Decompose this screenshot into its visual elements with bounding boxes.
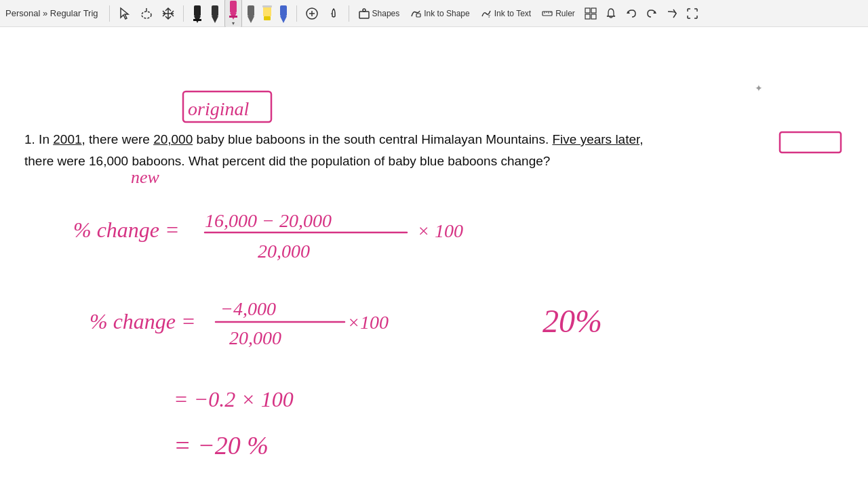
svg-rect-32 — [585, 14, 590, 19]
svg-rect-10 — [248, 5, 254, 16]
ink-to-shape-button[interactable]: Ink to Shape — [406, 6, 473, 21]
redo-icon — [646, 7, 658, 20]
problem-line2: there were 16,000 baboons. What percent … — [24, 154, 550, 168]
svg-marker-6 — [212, 16, 218, 23]
svg-rect-13 — [264, 16, 271, 20]
fullscreen-icon — [686, 7, 698, 20]
svg-text:20%: 20% — [542, 303, 602, 339]
separator-3 — [296, 5, 297, 22]
pink-pen-button[interactable]: ▾ — [224, 0, 242, 28]
ink-to-shape-icon — [410, 8, 421, 19]
svg-rect-36 — [183, 92, 271, 122]
ink-to-text-label: Ink to Text — [494, 9, 531, 18]
svg-rect-4 — [193, 19, 201, 21]
svg-rect-5 — [212, 5, 218, 16]
svg-point-0 — [142, 12, 151, 18]
black-pen-button[interactable] — [189, 3, 205, 24]
separator-2 — [183, 5, 184, 22]
shapes-label: Shapes — [372, 9, 400, 18]
yellow-highlighter-button[interactable] — [260, 3, 275, 24]
svg-rect-7 — [230, 1, 237, 13]
problem-line1: 1. In 2001, there were 20,000 baby blue … — [24, 132, 644, 146]
dark-pen-button[interactable] — [207, 3, 223, 24]
separator-4 — [349, 5, 349, 22]
ruler-icon — [542, 8, 553, 19]
svg-rect-30 — [585, 8, 590, 13]
svg-rect-23 — [416, 14, 420, 17]
svg-text:= −0.2 × 100: = −0.2 × 100 — [174, 387, 294, 411]
svg-text:20,000: 20,000 — [258, 241, 310, 262]
ink-to-text-icon: T — [481, 8, 492, 19]
ink-to-text-button[interactable]: T Ink to Text — [477, 6, 535, 21]
add-button[interactable] — [302, 5, 321, 22]
toolbar: Personal » Regular Trig — [0, 0, 868, 27]
select-tool-button[interactable] — [115, 5, 134, 22]
grid-button[interactable] — [582, 6, 599, 21]
gray-pen-button[interactable] — [243, 3, 258, 24]
svg-rect-21 — [359, 12, 369, 18]
problem-text: 1. In 2001, there were 20,000 baby blue … — [24, 129, 838, 173]
svg-rect-12 — [263, 7, 271, 16]
resize-cursor: ✦ — [755, 83, 763, 94]
svg-text:−4,000: −4,000 — [220, 298, 276, 319]
share-button[interactable] — [663, 6, 681, 21]
lasso-tool-button[interactable] — [137, 5, 156, 22]
separator-1 — [109, 5, 110, 22]
shapes-icon — [359, 8, 370, 19]
svg-rect-33 — [591, 14, 596, 19]
touch-button[interactable] — [324, 5, 343, 22]
bell-icon — [605, 7, 617, 20]
svg-text:16,000 − 20,000: 16,000 − 20,000 — [205, 210, 332, 231]
handwriting-layer: original new % change = 16,000 − 20,000 … — [0, 27, 868, 488]
bell-button[interactable] — [602, 6, 620, 21]
svg-rect-2 — [194, 5, 201, 16]
svg-text:×100: ×100 — [347, 312, 389, 333]
grid-icon — [585, 7, 597, 20]
ruler-button[interactable]: Ruler — [538, 6, 579, 21]
blue-pen-button[interactable] — [276, 3, 291, 24]
svg-text:× 100: × 100 — [417, 220, 463, 241]
redo-button[interactable] — [643, 6, 660, 21]
breadcrumb: Personal » Regular Trig — [5, 8, 98, 18]
svg-text:% change =: % change = — [73, 218, 180, 242]
canvas-area[interactable]: 1. In 2001, there were 20,000 baby blue … — [0, 27, 868, 488]
svg-text:20,000: 20,000 — [229, 327, 281, 348]
svg-marker-16 — [280, 16, 287, 23]
svg-marker-11 — [248, 16, 254, 23]
pen-group: ▾ — [189, 0, 291, 28]
share-icon — [666, 7, 678, 20]
shapes-button[interactable]: Shapes — [355, 6, 404, 21]
svg-point-22 — [363, 9, 366, 12]
svg-rect-9 — [229, 16, 237, 18]
undo-icon — [625, 7, 637, 20]
ink-to-shape-label: Ink to Shape — [424, 9, 469, 18]
ruler-label: Ruler — [555, 9, 575, 18]
svg-rect-14 — [262, 5, 272, 7]
fullscreen-button[interactable] — [684, 6, 701, 21]
svg-text:= −20 %: = −20 % — [174, 431, 269, 460]
svg-rect-15 — [280, 5, 287, 16]
pan-tool-button[interactable] — [159, 5, 178, 22]
svg-text:% change =: % change = — [90, 309, 196, 333]
svg-rect-31 — [591, 8, 596, 13]
svg-text:T: T — [488, 14, 491, 19]
undo-button[interactable] — [623, 6, 640, 21]
svg-text:original: original — [188, 98, 249, 119]
